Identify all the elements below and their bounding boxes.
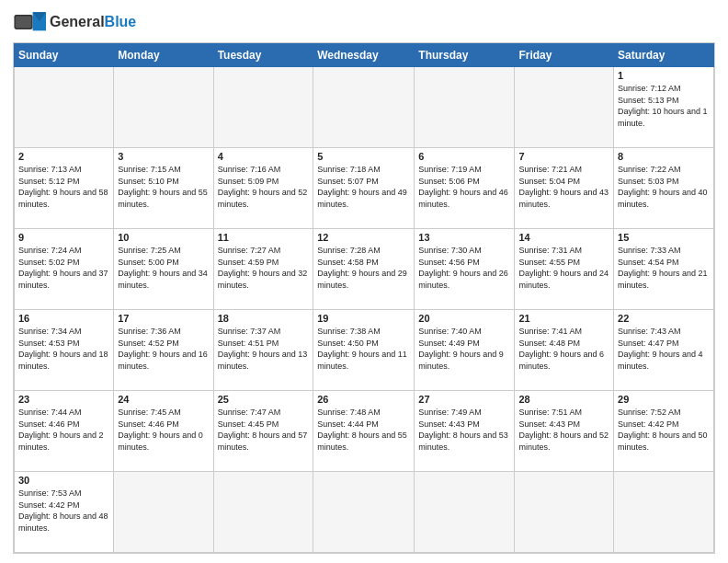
- calendar-cell: 5Sunrise: 7:18 AMSunset: 5:07 PMDaylight…: [313, 148, 415, 229]
- calendar-cell: 12Sunrise: 7:28 AMSunset: 4:58 PMDayligh…: [313, 229, 415, 310]
- calendar-cell: 13Sunrise: 7:30 AMSunset: 4:56 PMDayligh…: [415, 229, 515, 310]
- day-number: 20: [418, 313, 510, 324]
- page: GeneralBlue Sunday Monday Tuesday Wednes…: [0, 0, 728, 563]
- logo: GeneralBlue: [13, 9, 136, 35]
- calendar-cell: [213, 472, 313, 553]
- calendar-cell: 19Sunrise: 7:38 AMSunset: 4:50 PMDayligh…: [313, 310, 415, 391]
- day-number: 7: [518, 151, 609, 162]
- header: GeneralBlue: [13, 9, 715, 35]
- day-number: 14: [518, 232, 609, 243]
- day-info: Sunrise: 7:45 AMSunset: 4:46 PMDaylight:…: [118, 407, 209, 453]
- day-info: Sunrise: 7:38 AMSunset: 4:50 PMDaylight:…: [317, 326, 410, 372]
- day-info: Sunrise: 7:19 AMSunset: 5:06 PMDaylight:…: [418, 164, 510, 210]
- calendar-header-row: Sunday Monday Tuesday Wednesday Thursday…: [15, 44, 714, 67]
- calendar-cell: [114, 67, 213, 148]
- day-info: Sunrise: 7:25 AMSunset: 5:00 PMDaylight:…: [118, 245, 209, 291]
- calendar-cell: [515, 472, 614, 553]
- day-info: Sunrise: 7:47 AMSunset: 4:45 PMDaylight:…: [218, 407, 310, 453]
- calendar-cell: [313, 67, 415, 148]
- day-info: Sunrise: 7:49 AMSunset: 4:43 PMDaylight:…: [418, 407, 510, 453]
- day-info: Sunrise: 7:40 AMSunset: 4:49 PMDaylight:…: [418, 326, 510, 372]
- calendar-cell: 2Sunrise: 7:13 AMSunset: 5:12 PMDaylight…: [15, 148, 114, 229]
- day-info: Sunrise: 7:31 AMSunset: 4:55 PMDaylight:…: [518, 245, 609, 291]
- day-info: Sunrise: 7:13 AMSunset: 5:12 PMDaylight:…: [18, 164, 109, 210]
- calendar-cell: 25Sunrise: 7:47 AMSunset: 4:45 PMDayligh…: [213, 391, 313, 472]
- calendar-week-row: 1Sunrise: 7:12 AMSunset: 5:13 PMDaylight…: [15, 67, 714, 148]
- calendar-week-row: 2Sunrise: 7:13 AMSunset: 5:12 PMDaylight…: [15, 148, 714, 229]
- day-number: 3: [118, 151, 209, 162]
- day-number: 2: [18, 151, 109, 162]
- calendar-cell: [415, 67, 515, 148]
- day-number: 17: [118, 313, 209, 324]
- day-info: Sunrise: 7:52 AMSunset: 4:42 PMDaylight:…: [618, 407, 710, 453]
- calendar-cell: 10Sunrise: 7:25 AMSunset: 5:00 PMDayligh…: [114, 229, 213, 310]
- day-number: 15: [618, 232, 710, 243]
- calendar-cell: 7Sunrise: 7:21 AMSunset: 5:04 PMDaylight…: [515, 148, 614, 229]
- day-number: 13: [418, 232, 510, 243]
- day-info: Sunrise: 7:22 AMSunset: 5:03 PMDaylight:…: [618, 164, 710, 210]
- calendar-cell: [114, 472, 213, 553]
- day-number: 8: [618, 151, 710, 162]
- day-number: 4: [218, 151, 310, 162]
- day-info: Sunrise: 7:28 AMSunset: 4:58 PMDaylight:…: [317, 245, 410, 291]
- day-number: 26: [317, 394, 410, 405]
- calendar-cell: 16Sunrise: 7:34 AMSunset: 4:53 PMDayligh…: [15, 310, 114, 391]
- calendar-cell: 1Sunrise: 7:12 AMSunset: 5:13 PMDaylight…: [614, 67, 714, 148]
- calendar-cell: 4Sunrise: 7:16 AMSunset: 5:09 PMDaylight…: [213, 148, 313, 229]
- day-number: 23: [18, 394, 109, 405]
- day-info: Sunrise: 7:12 AMSunset: 5:13 PMDaylight:…: [618, 83, 710, 129]
- calendar-week-row: 30Sunrise: 7:53 AMSunset: 4:42 PMDayligh…: [15, 472, 714, 553]
- calendar-cell: 21Sunrise: 7:41 AMSunset: 4:48 PMDayligh…: [515, 310, 614, 391]
- header-saturday: Saturday: [614, 44, 714, 67]
- calendar: Sunday Monday Tuesday Wednesday Thursday…: [13, 42, 715, 554]
- logo-icon: [13, 9, 46, 35]
- day-number: 5: [317, 151, 410, 162]
- logo-text-block: GeneralBlue: [50, 14, 136, 30]
- day-info: Sunrise: 7:15 AMSunset: 5:10 PMDaylight:…: [118, 164, 209, 210]
- day-info: Sunrise: 7:21 AMSunset: 5:04 PMDaylight:…: [518, 164, 609, 210]
- calendar-cell: 14Sunrise: 7:31 AMSunset: 4:55 PMDayligh…: [515, 229, 614, 310]
- calendar-cell: 9Sunrise: 7:24 AMSunset: 5:02 PMDaylight…: [15, 229, 114, 310]
- day-number: 22: [618, 313, 710, 324]
- day-number: 18: [218, 313, 310, 324]
- calendar-cell: 28Sunrise: 7:51 AMSunset: 4:43 PMDayligh…: [515, 391, 614, 472]
- day-number: 28: [518, 394, 609, 405]
- calendar-cell: 24Sunrise: 7:45 AMSunset: 4:46 PMDayligh…: [114, 391, 213, 472]
- header-friday: Friday: [515, 44, 614, 67]
- calendar-cell: 26Sunrise: 7:48 AMSunset: 4:44 PMDayligh…: [313, 391, 415, 472]
- calendar-cell: [415, 472, 515, 553]
- day-info: Sunrise: 7:16 AMSunset: 5:09 PMDaylight:…: [218, 164, 310, 210]
- calendar-cell: [15, 67, 114, 148]
- day-info: Sunrise: 7:34 AMSunset: 4:53 PMDaylight:…: [18, 326, 109, 372]
- logo-general: General: [50, 14, 105, 29]
- day-info: Sunrise: 7:48 AMSunset: 4:44 PMDaylight:…: [317, 407, 410, 453]
- day-number: 6: [418, 151, 510, 162]
- calendar-cell: 17Sunrise: 7:36 AMSunset: 4:52 PMDayligh…: [114, 310, 213, 391]
- calendar-week-row: 23Sunrise: 7:44 AMSunset: 4:46 PMDayligh…: [15, 391, 714, 472]
- calendar-cell: 15Sunrise: 7:33 AMSunset: 4:54 PMDayligh…: [614, 229, 714, 310]
- calendar-cell: 30Sunrise: 7:53 AMSunset: 4:42 PMDayligh…: [15, 472, 114, 553]
- calendar-cell: 3Sunrise: 7:15 AMSunset: 5:10 PMDaylight…: [114, 148, 213, 229]
- svg-rect-1: [16, 17, 31, 29]
- day-info: Sunrise: 7:43 AMSunset: 4:47 PMDaylight:…: [618, 326, 710, 372]
- day-number: 12: [317, 232, 410, 243]
- day-number: 9: [18, 232, 109, 243]
- header-sunday: Sunday: [15, 44, 114, 67]
- day-info: Sunrise: 7:18 AMSunset: 5:07 PMDaylight:…: [317, 164, 410, 210]
- day-number: 24: [118, 394, 209, 405]
- day-info: Sunrise: 7:53 AMSunset: 4:42 PMDaylight:…: [18, 488, 109, 534]
- day-number: 19: [317, 313, 410, 324]
- calendar-week-row: 9Sunrise: 7:24 AMSunset: 5:02 PMDaylight…: [15, 229, 714, 310]
- day-number: 29: [618, 394, 710, 405]
- calendar-cell: [515, 67, 614, 148]
- day-info: Sunrise: 7:44 AMSunset: 4:46 PMDaylight:…: [18, 407, 109, 453]
- calendar-cell: 22Sunrise: 7:43 AMSunset: 4:47 PMDayligh…: [614, 310, 714, 391]
- calendar-cell: [313, 472, 415, 553]
- calendar-cell: 27Sunrise: 7:49 AMSunset: 4:43 PMDayligh…: [415, 391, 515, 472]
- day-info: Sunrise: 7:41 AMSunset: 4:48 PMDaylight:…: [518, 326, 609, 372]
- day-number: 11: [218, 232, 310, 243]
- calendar-cell: 11Sunrise: 7:27 AMSunset: 4:59 PMDayligh…: [213, 229, 313, 310]
- day-number: 10: [118, 232, 209, 243]
- calendar-cell: 20Sunrise: 7:40 AMSunset: 4:49 PMDayligh…: [415, 310, 515, 391]
- calendar-cell: 6Sunrise: 7:19 AMSunset: 5:06 PMDaylight…: [415, 148, 515, 229]
